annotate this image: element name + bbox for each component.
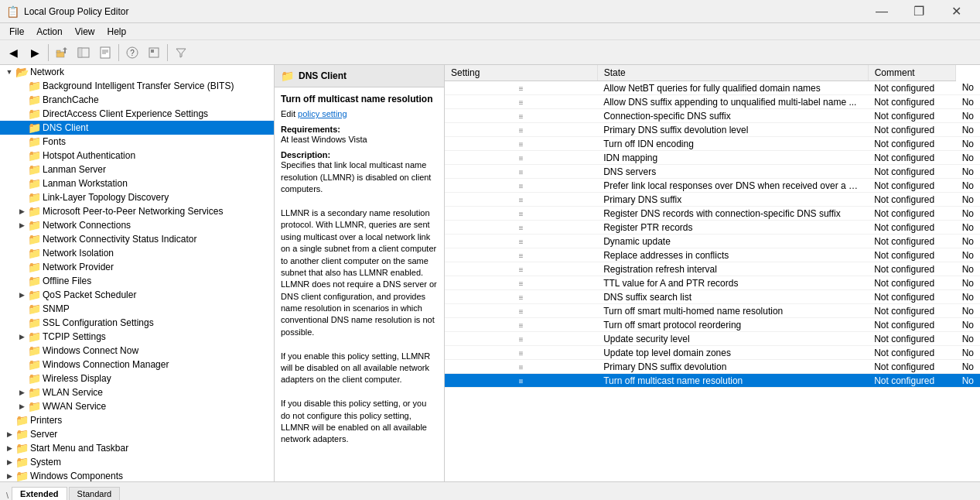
setting-name: Turn off IDN encoding [597,137,868,151]
menu-view[interactable]: View [69,25,101,39]
tree-item-network[interactable]: ▼📂Network [0,65,274,79]
table-row[interactable]: ≡ Allow NetBT queries for fully qualifie… [445,81,980,95]
help-button[interactable]: ? [122,43,142,63]
setting-comment: No [956,332,980,346]
table-row[interactable]: ≡ Prefer link local responses over DNS w… [445,179,980,193]
table-row[interactable]: ≡ Turn off smart multi-homed name resolu… [445,304,980,318]
expand-icon: ▶ [3,428,15,440]
setting-icon: ≡ [519,182,524,190]
up-folder-button[interactable] [52,43,72,63]
column-setting[interactable]: Setting [445,65,597,81]
policy-setting-link[interactable]: policy setting [298,109,347,118]
minimize-button[interactable]: — [864,0,900,23]
column-comment[interactable]: Comment [868,65,956,81]
tree-item-wwan[interactable]: ▶📁WWAN Service [0,399,274,413]
tree-item-bits[interactable]: 📁Background Intelligent Transfer Service… [0,79,274,93]
tree-item-offline[interactable]: 📁Offline Files [0,274,274,288]
export-button[interactable] [144,43,164,63]
tree-item-netconn[interactable]: ▶📁Network Connections [0,218,274,232]
tree-item-printers[interactable]: 📁Printers [0,413,274,427]
setting-state: Not configured [868,81,956,95]
tree-item-label: Fonts [43,136,66,147]
tree-item-netcsi[interactable]: 📁Network Connectivity Status Indicator [0,232,274,246]
tree-item-wireless[interactable]: 📁Wireless Display [0,372,274,385]
setting-state: Not configured [868,221,956,235]
setting-icon: ≡ [519,265,524,274]
setting-name: IDN mapping [597,151,868,165]
edit-label: Edit [281,109,298,118]
settings-table-container[interactable]: Setting State Comment ≡ Allow NetBT que [445,65,980,481]
tree-item-hotspot[interactable]: 📁Hotspot Authentication [0,149,274,163]
menu-action[interactable]: Action [30,25,68,39]
properties-button[interactable] [95,43,115,63]
tree-item-lanmanws[interactable]: 📁Lanman Workstation [0,176,274,190]
table-row[interactable]: ≡ Turn off smart protocol reordering Not… [445,318,980,332]
setting-state: Not configured [868,179,956,193]
tree-item-netprov[interactable]: 📁Network Provider [0,260,274,274]
setting-comment: No [956,151,980,165]
tree-item-wlan[interactable]: ▶📁WLAN Service [0,385,274,399]
table-row[interactable]: ≡ Register PTR records Not configured No [445,221,980,235]
table-row[interactable]: ≡ Register DNS records with connection-s… [445,207,980,221]
row-icon-cell: ≡ [445,221,597,235]
table-row[interactable]: ≡ Primary DNS suffix devolution Not conf… [445,360,980,374]
tree-item-wcmanager[interactable]: 📁Windows Connection Manager [0,358,274,372]
close-button[interactable]: ✕ [938,0,974,23]
table-row[interactable]: ≡ Update top level domain zones Not conf… [445,346,980,360]
back-button[interactable]: ◀ [3,43,23,63]
tree-item-sslconfig[interactable]: 📁SSL Configuration Settings [0,316,274,330]
row-icon-cell: ≡ [445,95,597,109]
table-row[interactable]: ≡ Primary DNS suffix devolution level No… [445,123,980,137]
tab-extended[interactable]: Extended [12,487,67,500]
table-row[interactable]: ≡ Registration refresh interval Not conf… [445,262,980,276]
tree-item-lanman[interactable]: 📁Lanman Server [0,163,274,176]
table-row[interactable]: ≡ DNS suffix search list Not configured … [445,290,980,304]
table-row[interactable]: ≡ IDN mapping Not configured No [445,151,980,165]
table-row[interactable]: ≡ Allow DNS suffix appending to unqualif… [445,95,980,109]
tree-item-startmenu[interactable]: ▶📁Start Menu and Taskbar [0,441,274,455]
table-row[interactable]: ≡ Turn off multicast name resolution Not… [445,374,980,388]
column-state[interactable]: State [597,65,868,81]
table-row[interactable]: ≡ Connection-specific DNS suffix Not con… [445,109,980,123]
folder-icon: 📁 [28,135,40,148]
table-row[interactable]: ≡ Primary DNS suffix Not configured No [445,193,980,207]
tree-item-linklayer[interactable]: 📁Link-Layer Topology Discovery [0,190,274,204]
table-row[interactable]: ≡ Dynamic update Not configured No [445,235,980,248]
tree-item-label: Network [30,67,64,77]
svg-rect-1 [56,50,60,53]
tree-item-tcpip[interactable]: ▶📁TCPIP Settings [0,330,274,344]
tree-item-netiso[interactable]: 📁Network Isolation [0,246,274,260]
tree-item-snmp[interactable]: 📁SNMP [0,302,274,316]
table-row[interactable]: ≡ DNS servers Not configured No [445,165,980,179]
setting-name: Primary DNS suffix devolution level [597,123,868,137]
title-bar-title: Local Group Policy Editor [24,6,864,17]
table-row[interactable]: ≡ Update security level Not configured N… [445,332,980,346]
menu-file[interactable]: File [3,25,30,39]
tree-item-wcnow[interactable]: 📁Windows Connect Now [0,344,274,358]
filter-button[interactable] [171,43,191,63]
setting-comment: No [956,248,980,262]
expand-placeholder [15,149,28,162]
tree-item-server[interactable]: ▶📁Server [0,427,274,441]
setting-icon: ≡ [519,126,524,135]
maximize-button[interactable]: ❐ [901,0,937,23]
tree-item-directaccess[interactable]: 📁DirectAccess Client Experience Settings [0,107,274,121]
tree-item-wincomponents[interactable]: ▶📁Windows Components [0,469,274,481]
table-row[interactable]: ≡ Turn off IDN encoding Not configured N… [445,137,980,151]
row-icon-cell: ≡ [445,332,597,346]
tab-standard[interactable]: Standard [69,487,121,500]
tree-item-msptp[interactable]: ▶📁Microsoft Peer-to-Peer Networking Serv… [0,204,274,218]
tree-item-dnsclient[interactable]: 📁DNS Client [0,121,274,135]
table-row[interactable]: ≡ Replace addresses in conflicts Not con… [445,248,980,262]
forward-button[interactable]: ▶ [25,43,45,63]
tree-item-fonts[interactable]: 📁Fonts [0,135,274,149]
tree-item-branchcache[interactable]: 📁BranchCache [0,93,274,107]
folder-icon: 📁 [28,80,40,92]
table-row[interactable]: ≡ TTL value for A and PTR records Not co… [445,276,980,290]
setting-comment: No [956,262,980,276]
tree-item-system[interactable]: ▶📁System [0,455,274,469]
show-hide-button[interactable] [73,43,94,63]
tree-item-qos[interactable]: ▶📁QoS Packet Scheduler [0,288,274,302]
folder-icon: 📁 [28,163,40,176]
menu-help[interactable]: Help [101,25,133,39]
